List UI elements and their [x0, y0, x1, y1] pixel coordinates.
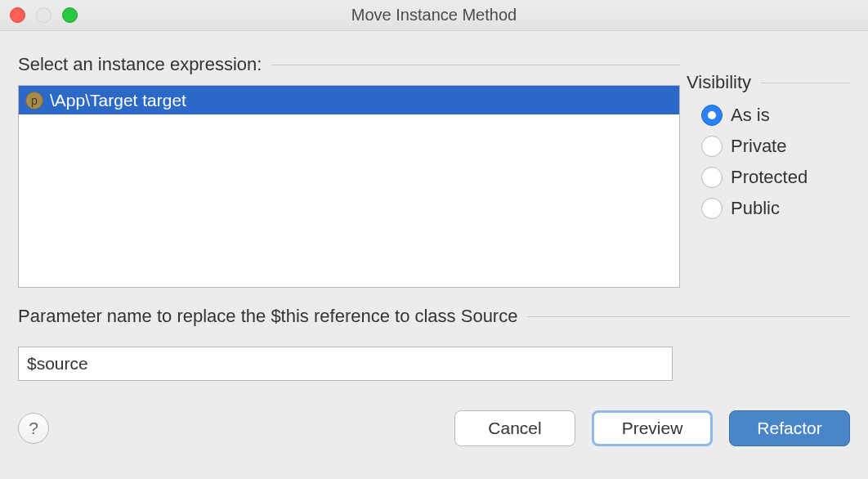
- radio-as-is[interactable]: As is: [701, 105, 850, 126]
- list-item[interactable]: p \App\Target target: [19, 86, 679, 114]
- list-item-label: \App\Target target: [50, 91, 186, 110]
- radio-icon: [701, 136, 723, 157]
- titlebar: Move Instance Method: [0, 0, 868, 31]
- minimize-icon[interactable]: [36, 7, 51, 23]
- cancel-button[interactable]: Cancel: [454, 410, 575, 446]
- radio-label: Public: [731, 198, 780, 219]
- help-button[interactable]: ?: [18, 413, 49, 444]
- separator: [527, 316, 850, 317]
- parameter-name-label: Parameter name to replace the $this refe…: [18, 306, 517, 327]
- radio-label: As is: [731, 105, 770, 126]
- visibility-label: Visibility: [687, 72, 751, 93]
- radio-label: Protected: [731, 167, 808, 188]
- parameter-name-input[interactable]: [18, 347, 673, 381]
- radio-label: Private: [731, 136, 786, 157]
- radio-icon: [701, 167, 723, 188]
- maximize-icon[interactable]: [62, 7, 78, 23]
- property-icon: p: [25, 92, 43, 110]
- refactor-button[interactable]: Refactor: [729, 410, 850, 446]
- instance-expression-list[interactable]: p \App\Target target: [18, 85, 680, 288]
- radio-protected[interactable]: Protected: [701, 167, 850, 188]
- window-title: Move Instance Method: [351, 6, 517, 25]
- window-controls: [10, 7, 78, 23]
- separator: [271, 65, 680, 65]
- instance-expression-label: Select an instance expression:: [18, 54, 262, 75]
- radio-public[interactable]: Public: [701, 198, 850, 219]
- help-icon: ?: [29, 419, 38, 438]
- visibility-radio-group: As is Private Protected Public: [687, 105, 850, 219]
- close-icon[interactable]: [10, 7, 25, 23]
- radio-icon: [701, 198, 723, 219]
- radio-icon: [701, 105, 723, 126]
- separator: [761, 83, 850, 83]
- radio-private[interactable]: Private: [701, 136, 850, 157]
- preview-button[interactable]: Preview: [592, 410, 713, 446]
